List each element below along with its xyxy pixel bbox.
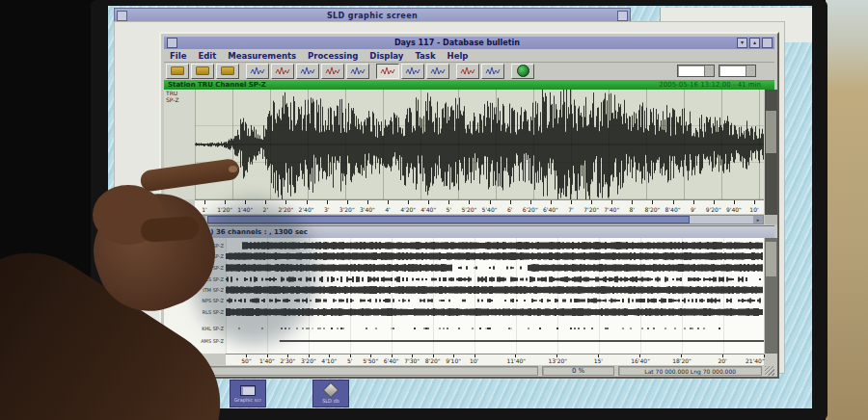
- app-title-bar[interactable]: Days 117 - Database bulletin ▾▴: [164, 37, 774, 49]
- station-channel-label: Station TRU Channel SP-Z: [164, 81, 266, 89]
- screen: SLD graphic screen Days 117 - Database b…: [108, 6, 812, 408]
- axis-tick: [652, 200, 653, 204]
- toolbar-separator: [504, 65, 509, 78]
- axis-tick-label: 8'20": [643, 206, 661, 213]
- menu-edit[interactable]: Edit: [192, 51, 222, 61]
- window-corner-icon[interactable]: [617, 11, 628, 21]
- chevron-down-icon[interactable]: [704, 66, 714, 76]
- scrollbar-corner: [765, 215, 777, 224]
- pick-phase-icon[interactable]: [321, 64, 344, 79]
- axis-tick: [611, 200, 612, 204]
- window-combo[interactable]: [719, 65, 756, 77]
- wall: [826, 0, 868, 420]
- menu-bar: FileEditMeasurementsProcessingDisplayTas…: [164, 50, 774, 63]
- axis-tick-label: 21'40": [746, 357, 763, 364]
- chevron-down-icon[interactable]: [746, 66, 755, 76]
- station-info-bar: Station TRU Channel SP-Z 2005-05-16 13:1…: [164, 80, 774, 90]
- axis-tick-label: 10': [746, 206, 763, 213]
- menu-file[interactable]: File: [164, 51, 192, 61]
- resize-grip[interactable]: [765, 366, 774, 376]
- waveform-glyph-icon: [460, 66, 475, 76]
- open-file-icon[interactable]: [166, 64, 189, 79]
- overlay-traces-icon[interactable]: [426, 64, 449, 79]
- folder-icon: [221, 66, 234, 75]
- save-icon[interactable]: [216, 64, 239, 79]
- axis-tick-label: 5'50": [362, 357, 379, 364]
- spectrum-icon[interactable]: [296, 64, 319, 79]
- desktop-icon-sld-db[interactable]: SLD db: [312, 380, 349, 407]
- axis-tick-label: 7': [562, 206, 580, 213]
- axis-tick: [571, 200, 572, 204]
- menu-processing[interactable]: Processing: [302, 51, 364, 61]
- axis-tick: [530, 200, 531, 204]
- axis-tick-label: 20': [714, 357, 731, 364]
- system-menu-icon[interactable]: [167, 38, 177, 48]
- vertical-scroll-thumb[interactable]: [766, 111, 776, 153]
- axis-tick: [388, 200, 389, 204]
- axis-tick-label: 3': [318, 206, 336, 213]
- axis-tick-label: 8'20": [424, 357, 442, 364]
- axis-tick-label: 2'30": [279, 357, 296, 364]
- status-bar: Ready 0 % Lat 70 000.000 Lng 70 000.000: [164, 365, 774, 377]
- menu-display[interactable]: Display: [364, 51, 409, 61]
- window-menu-icon[interactable]: [117, 11, 127, 21]
- axis-tick: [327, 200, 328, 204]
- seismogram-waveform: [195, 90, 764, 199]
- axis-tick-label: 3'20": [339, 206, 356, 213]
- axis-tick-label: 6'40": [542, 206, 559, 213]
- waveform-glyph-icon: [405, 66, 420, 76]
- zoom-trace-icon[interactable]: [246, 64, 269, 79]
- desktop-icon-graphic-screen[interactable]: Graphic scr: [230, 380, 266, 407]
- cut-trace-icon[interactable]: [456, 64, 479, 79]
- datetime-range-label: 2005-05-16 13:12:00 - 41 min: [659, 81, 774, 89]
- rotate-components-icon[interactable]: [401, 64, 424, 79]
- filter-trace-icon[interactable]: [271, 64, 294, 79]
- axis-tick: [428, 200, 429, 204]
- folder-icon: [196, 66, 209, 75]
- scale-combo[interactable]: [677, 65, 715, 77]
- axis-tick-label: 6'20": [522, 206, 539, 213]
- amplitude-icon[interactable]: [346, 64, 369, 79]
- titlebar-buttons: ▾▴: [737, 38, 774, 48]
- axis-tick: [204, 200, 205, 204]
- menu-measurements[interactable]: Measurements: [222, 51, 302, 61]
- seismogram-plot[interactable]: [195, 90, 764, 199]
- minimize-button[interactable]: ▾: [737, 38, 747, 48]
- locate-event-icon[interactable]: [511, 64, 534, 79]
- toolbar-separator: [369, 65, 374, 78]
- photo-of-monitor: SLD graphic screen Days 117 - Database b…: [0, 0, 868, 420]
- axis-tick: [285, 200, 286, 204]
- waveform-glyph-icon: [300, 66, 315, 76]
- vertical-scroll-thumb[interactable]: [766, 242, 776, 276]
- channel-code: SP-Z: [164, 96, 195, 103]
- axis-tick: [225, 200, 226, 204]
- axis-tick-label: 3'20": [300, 357, 317, 364]
- axis-tick-label: 10': [466, 357, 483, 364]
- open-database-icon[interactable]: [191, 64, 214, 79]
- waveform-glyph-icon: [275, 66, 290, 76]
- axis-tick-label: 4'10": [320, 357, 338, 364]
- axis-tick-label: 5'40": [481, 206, 499, 213]
- axis-tick-label: 7'20": [583, 206, 600, 213]
- axis-tick: [307, 200, 308, 204]
- axis-tick-label: 7'40": [603, 206, 620, 213]
- axis-tick-label: 4': [379, 206, 396, 213]
- maximize-button[interactable]: ▴: [749, 38, 760, 48]
- axis-tick: [591, 200, 592, 204]
- axis-tick-label: 8'40": [665, 206, 682, 213]
- scroll-right-icon[interactable]: ▸: [753, 216, 763, 223]
- axis-tick-label: 6'40": [383, 357, 400, 364]
- menu-help[interactable]: Help: [442, 51, 475, 61]
- menu-task[interactable]: Task: [409, 51, 441, 61]
- merge-traces-icon[interactable]: [481, 64, 504, 79]
- waveform-view-icon[interactable]: [376, 64, 399, 79]
- axis-tick-label: 4'40": [420, 206, 437, 213]
- axis-tick: [754, 200, 755, 204]
- vertical-scrollbar-lower[interactable]: [765, 238, 777, 354]
- vertical-scrollbar-main[interactable]: [765, 90, 777, 215]
- close-button[interactable]: [762, 38, 773, 48]
- waveform-glyph-icon: [350, 66, 366, 76]
- channel-label: AMS SP-Z: [201, 338, 224, 344]
- monitor-icon: [240, 385, 256, 396]
- curled-finger: [140, 216, 200, 243]
